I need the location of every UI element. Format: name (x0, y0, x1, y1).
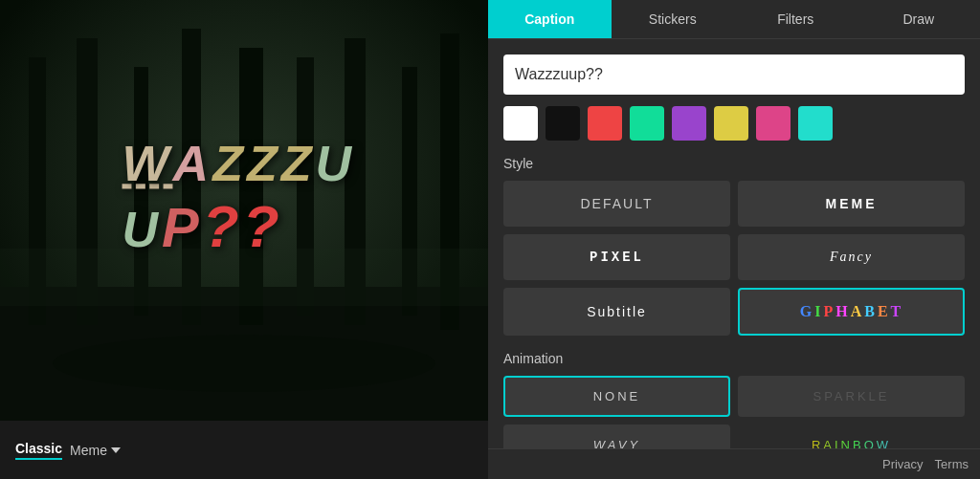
caption-text-input[interactable] (503, 54, 965, 95)
left-panel: WAZZZUUP?? Classic Meme (0, 0, 488, 479)
mode-selector-bar: Classic Meme (0, 421, 488, 479)
style-grid: DEFAULT MEME PIXEL Fancy Subtitle GIPHAB… (503, 181, 965, 336)
anim-btn-sparkle[interactable]: SPARKLE (738, 376, 965, 417)
color-swatch-cyan[interactable] (798, 106, 833, 141)
tab-caption[interactable]: Caption (488, 0, 612, 38)
preview-area: WAZZZUUP?? (0, 0, 488, 421)
giphy-text-display: GIPHABET (747, 303, 955, 320)
style-btn-giphy[interactable]: GIPHABET (738, 288, 965, 336)
terms-link[interactable]: Terms (935, 457, 969, 471)
meme-mode-dropdown[interactable]: Meme (70, 443, 121, 458)
color-swatch-black[interactable] (546, 106, 580, 141)
classic-mode-label[interactable]: Classic (15, 441, 62, 460)
tab-draw[interactable]: Draw (858, 0, 981, 38)
color-swatch-pink[interactable] (756, 106, 791, 141)
svg-point-12 (53, 335, 435, 392)
color-swatch-green[interactable] (630, 106, 664, 141)
footer: Privacy Terms (488, 448, 980, 479)
privacy-link[interactable]: Privacy (882, 457, 924, 471)
color-swatch-row (503, 106, 965, 141)
animation-section-label: Animation (503, 351, 965, 366)
style-section-label: Style (503, 156, 965, 171)
anim-btn-wavy[interactable]: WAVY (503, 425, 730, 448)
style-btn-meme[interactable]: MEME (738, 181, 965, 227)
color-swatch-yellow[interactable] (714, 106, 748, 141)
forest-background: WAZZZUUP?? (0, 0, 488, 421)
style-btn-fancy[interactable]: Fancy (738, 234, 965, 280)
animation-grid: NONE SPARKLE WAVY RAINBOW (503, 376, 965, 448)
anim-btn-rainbow[interactable]: RAINBOW (738, 425, 965, 448)
tab-filters[interactable]: Filters (734, 0, 858, 38)
style-btn-pixel[interactable]: PIXEL (503, 234, 730, 280)
animation-section: Animation NONE SPARKLE WAVY RAINBOW (503, 351, 965, 448)
color-swatch-red[interactable] (588, 106, 622, 141)
tab-stickers[interactable]: Stickers (612, 0, 735, 38)
style-btn-subtitle[interactable]: Subtitle (503, 288, 730, 336)
tab-bar: Caption Stickers Filters Draw (488, 0, 980, 39)
color-swatch-purple[interactable] (672, 106, 706, 141)
dropdown-arrow-icon (111, 447, 121, 453)
style-btn-default[interactable]: DEFAULT (503, 181, 730, 227)
meme-preview-text: WAZZZUUP?? (122, 135, 367, 260)
color-swatch-white[interactable] (503, 106, 538, 141)
caption-content: Style DEFAULT MEME PIXEL Fancy Subtitle … (488, 39, 980, 448)
meme-mode-label: Meme (70, 443, 107, 458)
right-panel: Caption Stickers Filters Draw Style DEFA… (488, 0, 980, 479)
anim-btn-none[interactable]: NONE (503, 376, 730, 417)
